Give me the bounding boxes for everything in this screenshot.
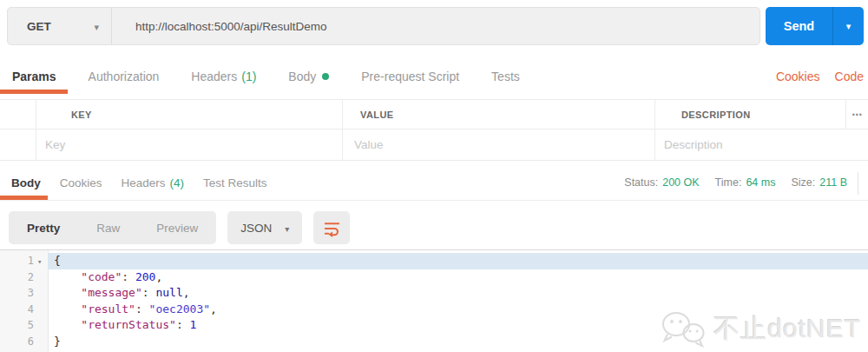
send-button[interactable]: Send bbox=[766, 7, 864, 45]
wechat-logo-icon bbox=[658, 309, 708, 349]
key-input[interactable]: Key bbox=[36, 130, 343, 160]
response-time: Time:64 ms bbox=[715, 176, 776, 189]
meta-value: 200 OK bbox=[662, 176, 699, 189]
send-options-chevron-icon[interactable] bbox=[832, 7, 864, 45]
response-tabs-list: BodyCookiesHeaders(4)Test Results bbox=[11, 165, 286, 200]
request-tab-tests[interactable]: Tests bbox=[491, 59, 520, 94]
response-meta: Status:200 OKTime:64 msSize:211 B bbox=[624, 165, 847, 200]
meta-value: 64 ms bbox=[746, 176, 775, 189]
token-s: "oec2003" bbox=[149, 302, 210, 315]
format-dropdown[interactable]: JSON bbox=[227, 211, 302, 244]
token-k: "code" bbox=[81, 270, 122, 283]
code-text: "code": 200, bbox=[48, 269, 868, 286]
chevron-down-icon bbox=[285, 222, 289, 235]
method-label: GET bbox=[27, 20, 51, 33]
format-label: JSON bbox=[240, 222, 272, 235]
code-text: { bbox=[48, 253, 868, 269]
token-p: : bbox=[122, 270, 135, 283]
watermark: 不止dotNET bbox=[658, 309, 861, 349]
view-mode-raw[interactable]: Raw bbox=[78, 211, 138, 244]
tab-count-badge: (4) bbox=[170, 176, 185, 189]
fold-caret-icon[interactable] bbox=[37, 253, 48, 270]
meta-divider bbox=[858, 172, 858, 195]
request-tab-body[interactable]: Body bbox=[288, 59, 329, 94]
meta-value: 211 B bbox=[819, 176, 847, 189]
meta-label: Time: bbox=[715, 176, 742, 189]
token-a: null bbox=[155, 286, 182, 299]
code-link[interactable]: Code bbox=[835, 70, 864, 83]
tab-label: Tests bbox=[491, 70, 520, 83]
request-tabs: ParamsAuthorizationHeaders(1)BodyPre-req… bbox=[0, 59, 868, 94]
token-p: , bbox=[210, 302, 217, 315]
tab-label: Params bbox=[12, 70, 56, 83]
response-header: BodyCookiesHeaders(4)Test Results Status… bbox=[0, 165, 868, 201]
body-modified-dot-icon bbox=[322, 73, 329, 80]
view-mode-pretty[interactable]: Pretty bbox=[9, 211, 78, 244]
response-tab-body[interactable]: Body bbox=[11, 165, 41, 200]
url-input[interactable]: http://localhost:5000/api/ResultDemo bbox=[112, 8, 760, 44]
meta-label: Status: bbox=[624, 176, 658, 189]
params-input-row: Key Value Description bbox=[0, 130, 868, 161]
key-column-header: KEY bbox=[36, 100, 343, 129]
response-tab-headers[interactable]: Headers(4) bbox=[122, 165, 185, 200]
row-select-cell bbox=[0, 130, 36, 160]
token-p: } bbox=[54, 335, 61, 348]
code-line: 3 "message": null, bbox=[0, 285, 868, 302]
tab-label: Cookies bbox=[60, 176, 102, 189]
cookies-link[interactable]: Cookies bbox=[776, 70, 820, 83]
line-number: 4 bbox=[0, 302, 48, 318]
request-tab-authorization[interactable]: Authorization bbox=[89, 59, 160, 94]
params-header-row: KEY VALUE DESCRIPTION bbox=[0, 100, 868, 130]
params-table: KEY VALUE DESCRIPTION Key Value Descript… bbox=[0, 99, 868, 161]
token-n: 200 bbox=[135, 270, 155, 283]
response-tab-cookies[interactable]: Cookies bbox=[60, 165, 102, 200]
chevron-down-icon bbox=[94, 20, 99, 33]
watermark-text: 不止dotNET bbox=[713, 311, 861, 347]
value-input[interactable]: Value bbox=[343, 130, 655, 160]
wrap-text-button[interactable] bbox=[313, 211, 350, 244]
token-p: , bbox=[183, 286, 190, 299]
tab-label: Headers bbox=[191, 70, 237, 83]
code-text: "message": null, bbox=[48, 285, 868, 302]
tab-label: Pre-request Script bbox=[361, 70, 459, 83]
request-tab-headers[interactable]: Headers(1) bbox=[191, 59, 256, 94]
token-k: "message" bbox=[81, 286, 141, 299]
method-select[interactable]: GET bbox=[8, 8, 112, 44]
request-url-row: GET http://localhost:5000/api/ResultDemo… bbox=[7, 7, 864, 45]
tab-label: Test Results bbox=[203, 176, 267, 189]
token-p: : bbox=[135, 302, 149, 315]
token-n: 1 bbox=[190, 318, 197, 331]
tab-label: Authorization bbox=[89, 70, 160, 83]
request-tab-params[interactable]: Params bbox=[12, 59, 56, 94]
response-tab-test-results[interactable]: Test Results bbox=[203, 165, 267, 200]
response-size: Size:211 B bbox=[791, 176, 847, 189]
meta-label: Size: bbox=[791, 176, 815, 189]
description-input[interactable]: Description bbox=[655, 130, 868, 160]
line-number: 5 bbox=[0, 317, 48, 334]
response-status: Status:200 OK bbox=[624, 176, 699, 189]
response-toolbar: PrettyRawPreview JSON bbox=[9, 211, 350, 244]
code-line: 2 "code": 200, bbox=[0, 269, 868, 286]
request-url-bar: GET http://localhost:5000/api/ResultDemo bbox=[7, 7, 760, 45]
view-mode-toggle: PrettyRawPreview bbox=[9, 211, 216, 244]
value-column-header: VALUE bbox=[343, 100, 655, 129]
request-tabs-list: ParamsAuthorizationHeaders(1)BodyPre-req… bbox=[12, 59, 552, 94]
line-number: 6 bbox=[0, 334, 48, 350]
token-p: , bbox=[155, 270, 162, 283]
token-p: : bbox=[142, 286, 156, 299]
request-tab-pre-request-script[interactable]: Pre-request Script bbox=[361, 59, 459, 94]
request-links: Cookies Code bbox=[776, 59, 864, 94]
tab-label: Body bbox=[11, 176, 41, 189]
token-k: "result" bbox=[81, 302, 135, 315]
line-number: 2 bbox=[0, 269, 48, 286]
token-p: { bbox=[54, 254, 61, 267]
wrap-text-icon bbox=[323, 219, 341, 237]
table-menu-icon[interactable] bbox=[846, 100, 868, 129]
view-mode-preview[interactable]: Preview bbox=[138, 211, 216, 244]
tab-label: Headers bbox=[122, 176, 166, 189]
send-button-label[interactable]: Send bbox=[766, 7, 832, 45]
token-p: : bbox=[176, 318, 190, 331]
postman-window: GET http://localhost:5000/api/ResultDemo… bbox=[0, 0, 868, 352]
description-column-header: DESCRIPTION bbox=[655, 100, 846, 129]
row-select-column bbox=[0, 100, 36, 129]
